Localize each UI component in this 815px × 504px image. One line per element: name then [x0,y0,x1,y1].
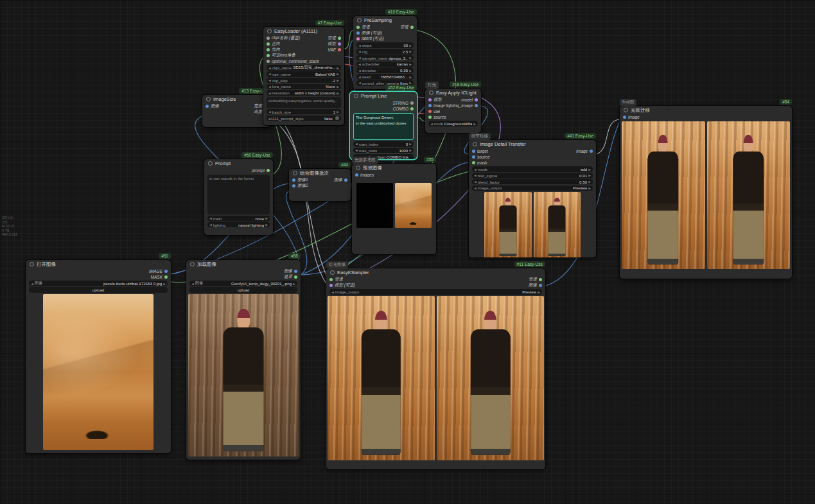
collapse-dot-icon[interactable] [206,97,211,101]
widget-next-arrow-icon[interactable]: ▶ [265,223,268,227]
input-port-图像[interactable]: 图像 [206,103,219,109]
widget-mode[interactable]: ◀modeadd▶ [472,166,593,172]
output-port-dot[interactable] [539,284,542,287]
widget-prev-arrow-icon[interactable]: ◀ [474,168,477,171]
node-header-iclight[interactable]: Easy Apply ICLight [425,89,481,97]
widget-prev-arrow-icon[interactable]: ◀ [430,122,433,126]
input-port-latent (可选)[interactable]: latent (可选) [356,36,384,42]
output-port-model[interactable]: model [461,98,478,102]
node-prompt[interactable]: #50 Easy-UsePromptprompta man stands in … [204,159,273,235]
widget-prev-arrow-icon[interactable]: ◀ [268,72,271,76]
node-detailtransfer[interactable]: #41 Easy-Use细节转移Image Detail Transfertar… [469,140,596,257]
output-port-模型[interactable]: 模型 [328,41,341,47]
widget-next-arrow-icon[interactable]: ▶ [337,66,339,70]
widget-sampler_name[interactable]: ◀sampler_namedpmpp_2...▶ [356,55,414,61]
input-port-dot[interactable] [267,60,270,63]
widget-start_index[interactable]: ◀start_index0▶ [353,141,414,147]
widget-prev-arrow-icon[interactable]: ◀ [355,142,358,146]
node-header-lighttransfer[interactable]: 光效迁移 [620,106,792,114]
collapse-dot-icon[interactable] [30,262,34,266]
input-port-dot[interactable] [428,116,432,119]
input-port-dot[interactable] [267,42,270,46]
output-port-图像[interactable]: 图像 [334,177,347,183]
widget-main[interactable]: ◀mainnone▶ [207,216,270,222]
widget-next-arrow-icon[interactable]: ▶ [588,168,591,171]
input-port-mask[interactable]: mask [472,161,487,165]
widget-next-arrow-icon[interactable]: ▶ [409,62,412,66]
node-header-loadperson[interactable]: 加载图像 [186,260,301,268]
widget-图像[interactable]: ◀图像pexels-boris-ulzibat-172163 0.jpg▶ [29,281,168,286]
input-port-dot[interactable] [356,31,360,35]
output-port-dot[interactable] [267,169,270,172]
widget-blur_sigma[interactable]: ◀blur_sigma0.01▶ [472,173,593,178]
node-graph-canvas[interactable]: CR UA CN M 10 /3 V 78 RW 0.115 #13 Easy-… [0,0,815,504]
output-port-dot[interactable] [410,101,414,105]
toggle-knob[interactable] [335,116,339,120]
input-port-dot[interactable] [472,155,475,159]
widget-prev-arrow-icon[interactable]: ◀ [358,81,361,85]
output-port-dot[interactable] [590,150,593,153]
input-port-ckpt名称 (覆盖)[interactable]: ckpt名称 (覆盖) [267,35,300,41]
node-iclight[interactable]: #18 Easy-Use打光Easy Apply ICLight模型modeli… [425,89,481,133]
widget-prev-arrow-icon[interactable]: ◀ [358,44,361,48]
widget-next-arrow-icon[interactable]: ▶ [538,290,540,294]
widget-prev-arrow-icon[interactable]: ◀ [331,290,334,294]
collapse-dot-icon[interactable] [293,171,297,175]
output-port-dot[interactable] [294,275,297,279]
input-port-target[interactable]: target [472,149,488,153]
output-port-MASK[interactable]: MASK [151,275,168,279]
input-port-images[interactable]: images [355,173,374,177]
collapse-dot-icon[interactable] [267,29,272,33]
input-port-dot[interactable] [356,26,360,29]
node-header-combinebatch[interactable]: 组合图像批次 [289,169,351,177]
output-port-dot[interactable] [164,270,168,273]
widget-image_output[interactable]: ◀image_outputPreview▶ [329,289,542,295]
node-easyloader[interactable]: #7 Easy-UseEasyLoader (A1111)ckpt名称 (覆盖)… [263,27,344,125]
widget-next-arrow-icon[interactable]: ▶ [337,85,339,89]
widget-prev-arrow-icon[interactable]: ◀ [358,69,361,73]
widget-next-arrow-icon[interactable]: ▶ [588,180,591,184]
widget-next-arrow-icon[interactable]: ▶ [337,91,339,95]
input-port-source[interactable]: source [472,155,490,159]
widget-next-arrow-icon[interactable]: ▶ [337,78,339,82]
input-port-optional_controlnet_stack[interactable]: optional_controlnet_stack [267,59,319,64]
output-port-管道[interactable]: 管道 [400,24,414,30]
output-port-dot[interactable] [294,270,297,273]
output-port-dot[interactable] [410,107,414,110]
output-port-dot[interactable] [164,275,168,279]
node-previewlight[interactable]: #55光源参考图预览图像images [352,164,436,254]
output-port-图像[interactable]: 图像 [529,282,542,288]
widget-batch_size[interactable]: ◀batch_size1▶ [267,109,341,115]
widget-cfg[interactable]: ◀cfg2.5▶ [356,49,414,55]
input-port-图像2[interactable]: 图像2 [292,183,308,189]
button-upload[interactable]: upload [29,287,168,293]
input-port-dot[interactable] [472,150,475,153]
widget-next-arrow-icon[interactable]: ▶ [337,110,339,114]
input-port-dot[interactable] [206,105,209,108]
node-header-presampling[interactable]: PreSampling [353,16,417,24]
input-port-dot[interactable] [355,173,358,177]
node-loadperson[interactable]: #58加载图像图像遮罩◀图像ComfyUI_temp_degy_00201_.p… [186,260,301,460]
widget-blend_factor[interactable]: ◀blend_factor0.50▶ [472,179,593,185]
output-port-dot[interactable] [475,98,478,101]
button-upload[interactable]: upload [189,287,297,293]
output-port-dot[interactable] [338,42,341,46]
collapse-dot-icon[interactable] [356,166,360,170]
input-port-图像 (可选)[interactable]: 图像 (可选) [356,30,382,36]
input-port-正向[interactable]: 正向 [267,41,280,47]
widget-seed[interactable]: ◀seed78858704683...▶ [356,74,414,80]
node-imagesize[interactable]: #13 Easy-UseImageSize图像宽度高度 [202,95,270,127]
input-port-dot[interactable] [428,98,432,101]
output-port-遮罩[interactable]: 遮罩 [284,274,297,280]
input-port-vae[interactable]: vae [428,109,440,114]
node-header-promptline[interactable]: Prompt Line [350,92,417,100]
toggle-a1111_prompt_style[interactable]: a1111_prompt_stylefalse [267,116,341,121]
widget-next-arrow-icon[interactable]: ▶ [265,216,268,220]
widget-prev-arrow-icon[interactable]: ◀ [268,110,271,114]
output-port-图像[interactable]: 图像 [284,268,297,274]
node-ksampler[interactable]: #11 Easy-Use灯光图像EasyKSampler管道管道模型 (可选)图… [326,268,545,469]
widget-prev-arrow-icon[interactable]: ◀ [358,62,361,66]
output-port-dot[interactable] [475,104,478,107]
widget-图像[interactable]: ◀图像ComfyUI_temp_degy_00201_.png▶ [189,281,297,286]
output-port-image[interactable]: image [576,149,593,153]
